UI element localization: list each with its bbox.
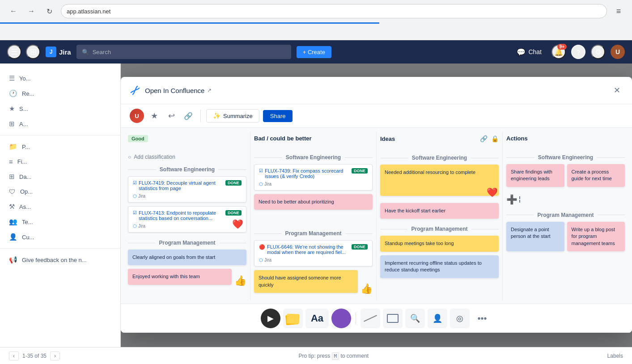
refresh-button[interactable]: ↻: [43, 5, 55, 17]
board-columns: Good ○ Add classification Software Engin: [121, 128, 632, 304]
column-good-header: Good: [128, 135, 246, 146]
jira-card-7439[interactable]: ☑ FLUX-7439: Fix compass scorecard issue…: [254, 164, 373, 190]
sticker-tool-button[interactable]: [283, 309, 303, 328]
section-se-good: Software Engineering: [128, 166, 246, 173]
summarize-button[interactable]: ✨ Summarize: [206, 109, 259, 123]
play-icon: ▶: [267, 313, 274, 323]
user-avatar[interactable]: U: [611, 45, 625, 59]
more-tool-button[interactable]: •••: [472, 309, 492, 328]
labels-section: Labels: [607, 353, 623, 359]
compass-tool-icon: ◎: [456, 313, 463, 323]
settings-button[interactable]: ⚙: [591, 45, 605, 59]
sidebar-item-projects[interactable]: 📁 P...: [0, 139, 120, 154]
text-tool-button[interactable]: Aa: [305, 309, 329, 328]
sidebar-item-customers[interactable]: 👤 Cu...: [0, 229, 120, 245]
protip-key: M: [332, 352, 339, 360]
sidebar-item-feedback[interactable]: 📢 Give feedback on the n...: [0, 252, 120, 267]
ideas-lock-icon[interactable]: 🔒: [491, 135, 499, 142]
sidebar-item-assets[interactable]: ⚒ As...: [0, 199, 120, 214]
jira-card-6646[interactable]: 🔴 FLUX-6646: We're not showing the modal…: [254, 240, 373, 267]
sidebar-divider-2: [0, 248, 120, 249]
add-btn-lines: [519, 196, 520, 203]
compass-tool-button[interactable]: ◎: [450, 309, 470, 328]
thumbs-up-emoji-good: 👍: [234, 275, 246, 288]
sidebar-divider: [0, 135, 120, 135]
user-tool-button[interactable]: 👤: [428, 309, 447, 328]
sticky-aligned-goals[interactable]: Clearly aligned on goals from the start: [128, 250, 246, 265]
ideas-link-icon[interactable]: 🔗: [480, 135, 488, 142]
sticky-additional-resourcing[interactable]: Needed additional resourcing to complete: [380, 165, 499, 196]
help-button[interactable]: ?: [571, 45, 585, 59]
share-button[interactable]: Share: [263, 110, 293, 122]
sidebar-item-dashboards[interactable]: ⊞ Da...: [0, 169, 120, 184]
create-button[interactable]: + Create: [297, 46, 331, 58]
apps-button[interactable]: ⊞: [26, 45, 40, 59]
jira-logo-sm-2: ⬡: [133, 224, 137, 229]
sticky-blog-post[interactable]: Write up a blog post for program managem…: [567, 222, 625, 251]
operations-icon: 🛡: [9, 188, 16, 195]
sidebar-item-your-work[interactable]: ☰ Yo...: [0, 71, 120, 86]
column-actions-title: Actions: [506, 135, 528, 142]
plus-icon: ○: [128, 154, 131, 160]
sticky-process-guide[interactable]: Create a process guide for next time: [567, 164, 625, 187]
column-bad-title: Bad / could be better: [254, 135, 312, 142]
frame-tool-button[interactable]: [383, 309, 403, 328]
sidebar-item-apps[interactable]: ⊞ A...: [0, 116, 120, 131]
address-bar[interactable]: [61, 4, 607, 18]
add-classification[interactable]: ○ Add classification: [128, 151, 246, 163]
forward-button[interactable]: →: [25, 5, 38, 17]
section-pm-good: Program Management: [128, 240, 246, 246]
sticky-better-prioritizing[interactable]: Need to be better about prioritizing: [254, 194, 373, 210]
jira-logo-sm: ⬡: [133, 194, 137, 199]
prev-page-button[interactable]: ‹: [9, 351, 19, 360]
jira-search-bar[interactable]: 🔍 Search: [76, 45, 291, 59]
flux-7439-status: DONE: [352, 168, 368, 174]
browser-toolbar: ← → ↻ ≡: [0, 0, 632, 22]
next-page-button[interactable]: ›: [50, 351, 60, 360]
sidebar-item-filters[interactable]: ≡ Fi...: [0, 154, 120, 169]
chat-button[interactable]: 💬 Chat: [512, 45, 546, 59]
sticky-share-findings[interactable]: Share findings with engineering leads: [506, 164, 564, 187]
sidebar-item-recent[interactable]: 🕐 Re...: [0, 86, 120, 101]
link-toolbar-button[interactable]: 🔗: [182, 109, 195, 123]
jira-card-7419[interactable]: ☑ FLUX-7419: Decouple virtual agent stat…: [128, 176, 246, 203]
sticky-enjoyed-team[interactable]: Enjoyed working with this team: [128, 269, 232, 284]
column-actions: Actions Software Engineering Share: [503, 131, 628, 300]
sticky-kickoff-earlier[interactable]: Have the kickoff start earlier: [380, 203, 499, 219]
flux-7419-status: DONE: [225, 180, 242, 186]
sticky-assigned-quickly[interactable]: Should have assigned someone more quickl…: [254, 270, 358, 293]
column-good: Good ○ Add classification Software Engin: [124, 131, 250, 300]
add-actions-button[interactable]: ➕: [506, 194, 517, 205]
modal-header: Open In Confluence ↗ ✕: [121, 77, 632, 104]
sidebar-toggle-button[interactable]: ☰: [7, 45, 21, 59]
browser-menu-button[interactable]: ≡: [612, 5, 625, 17]
text-tool-label: Aa: [311, 313, 323, 324]
line-tool-button[interactable]: [361, 309, 380, 328]
play-tool-button[interactable]: ▶: [261, 309, 280, 328]
notification-area: 🔔 9+: [551, 45, 566, 59]
sidebar-item-teams[interactable]: 👥 Te...: [0, 214, 120, 229]
star-toolbar-button[interactable]: ★: [148, 109, 161, 123]
history-toolbar-button[interactable]: ↩: [165, 109, 178, 123]
star-icon: ★: [9, 105, 15, 113]
jira-topnav: ☰ ⊞ J Jira 🔍 Search + Create 💬 Chat 🔔 9+…: [0, 40, 632, 63]
thumbs-up-emoji-bad: 👍: [361, 283, 373, 296]
back-button[interactable]: ←: [7, 5, 20, 17]
sticky-recurring-updates[interactable]: Implement recurring offline status updat…: [380, 255, 499, 278]
jira-nav-actions: 💬 Chat 🔔 9+ ? ⚙ U: [512, 45, 625, 59]
modal-close-button[interactable]: ✕: [611, 84, 623, 97]
sidebar-item-starred[interactable]: ★ S...: [0, 101, 120, 116]
actions-se-stickies: Share findings with engineering leads Cr…: [506, 164, 625, 190]
zoom-tool-button[interactable]: 🔍: [405, 309, 425, 328]
jira-logo: J Jira: [46, 47, 71, 57]
section-se-bad: Software Engineering: [254, 154, 373, 161]
shape-tool-button[interactable]: [331, 309, 351, 328]
external-link-icon[interactable]: ↗: [207, 87, 212, 93]
pm-good-stickies: Enjoyed working with this team 👍: [128, 269, 246, 288]
sidebar-item-operations[interactable]: 🛡 Op...: [0, 184, 120, 199]
column-ideas-header: Ideas 🔗 🔒: [380, 135, 499, 146]
sticky-point-person[interactable]: Designate a point person at the start: [506, 222, 564, 251]
sticky-standup-too-long[interactable]: Standup meetings take too long: [380, 236, 499, 251]
jira-icon-7419: ⬡ Jira: [133, 194, 242, 199]
jira-card-7413[interactable]: ☑ FLUX-7413: Endpoint to repopulate stat…: [128, 206, 246, 233]
